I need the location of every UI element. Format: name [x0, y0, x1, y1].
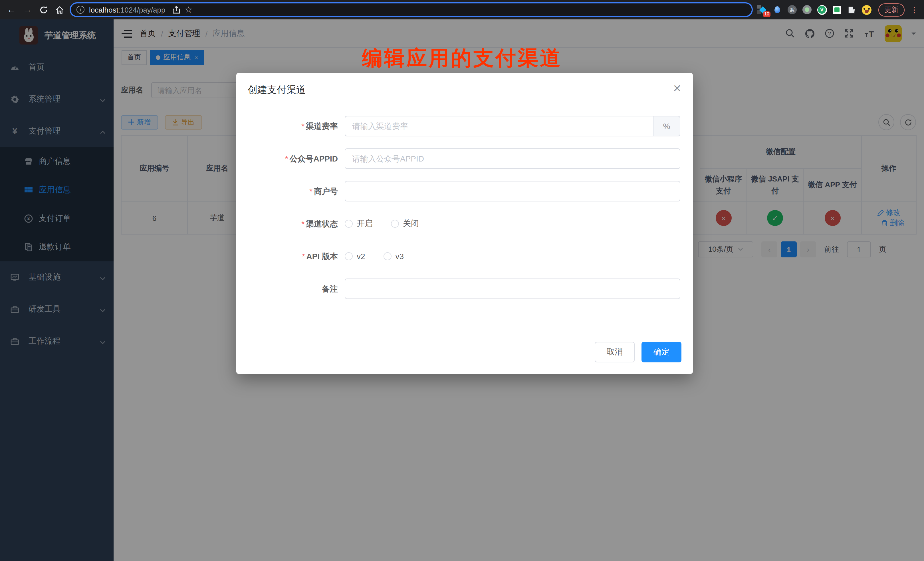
percent-suffix: %: [653, 116, 680, 136]
app-window: 芋道管理系统 首页 系统管理 ¥ 支付管理: [0, 20, 924, 561]
bookmark-star-icon[interactable]: ☆: [184, 4, 192, 15]
required-mark: *: [302, 252, 305, 261]
field-remark: 备注: [236, 279, 680, 299]
extension-balloon-icon[interactable]: [772, 4, 783, 15]
extension-workona-icon[interactable]: 10: [758, 4, 768, 15]
back-icon[interactable]: ←: [6, 4, 17, 15]
field-rate: *渠道费率 %: [236, 116, 680, 136]
radio-status-open[interactable]: 开启: [345, 219, 373, 229]
extension-chat-icon[interactable]: [831, 4, 842, 15]
extension-v-icon[interactable]: V: [817, 4, 827, 15]
browser-chrome: ← → i localhost:1024/pay/app ☆ 10 ⌘ V: [0, 0, 924, 20]
radio-circle-icon: [384, 252, 392, 260]
radio-api-v2[interactable]: v2: [345, 252, 365, 261]
home-icon[interactable]: [54, 4, 65, 15]
extensions-puzzle-icon[interactable]: [846, 4, 856, 15]
field-appid: *公众号APPID: [236, 148, 680, 169]
appid-input[interactable]: [345, 148, 680, 169]
required-mark: *: [301, 219, 304, 228]
extension-badge: 10: [763, 11, 771, 17]
site-info-icon[interactable]: i: [76, 6, 84, 14]
chrome-menu-icon[interactable]: ⋮: [910, 5, 918, 14]
radio-api-v3[interactable]: v3: [384, 252, 404, 261]
chrome-update-button[interactable]: 更新: [878, 3, 904, 16]
required-mark: *: [285, 154, 288, 163]
cancel-button[interactable]: 取消: [595, 342, 634, 362]
dialog-title: 创建支付渠道: [248, 83, 306, 96]
close-icon[interactable]: ✕: [673, 83, 681, 94]
profile-avatar-icon[interactable]: [861, 4, 872, 15]
required-mark: *: [309, 187, 312, 196]
create-channel-dialog: 创建支付渠道 ✕ *渠道费率 % *公众号APPID: [236, 73, 693, 374]
address-bar[interactable]: i localhost:1024/pay/app ☆: [70, 2, 753, 17]
radio-circle-icon: [391, 220, 399, 228]
field-merchant: *商户号: [236, 181, 680, 201]
radio-circle-icon: [345, 220, 353, 228]
remark-input[interactable]: [345, 279, 680, 299]
forward-icon[interactable]: →: [22, 4, 33, 15]
field-api-version: *API 版本 v2 v3: [236, 246, 680, 267]
merchant-input[interactable]: [345, 181, 680, 201]
field-status: *渠道状态 开启 关闭: [236, 213, 680, 234]
required-mark: *: [301, 122, 304, 131]
extension-recorder-icon[interactable]: [802, 4, 812, 15]
radio-status-closed[interactable]: 关闭: [391, 219, 419, 229]
url-text: localhost:1024/pay/app: [89, 5, 165, 14]
rate-input[interactable]: [345, 116, 653, 136]
share-icon[interactable]: [172, 5, 180, 14]
annotation-text: 编辑应用的支付渠道: [362, 45, 562, 72]
reload-icon[interactable]: [38, 4, 49, 15]
screen: ← → i localhost:1024/pay/app ☆ 10 ⌘ V: [0, 0, 924, 561]
radio-circle-icon: [345, 252, 353, 260]
confirm-button[interactable]: 确定: [642, 342, 681, 362]
extension-command-icon[interactable]: ⌘: [787, 4, 797, 15]
